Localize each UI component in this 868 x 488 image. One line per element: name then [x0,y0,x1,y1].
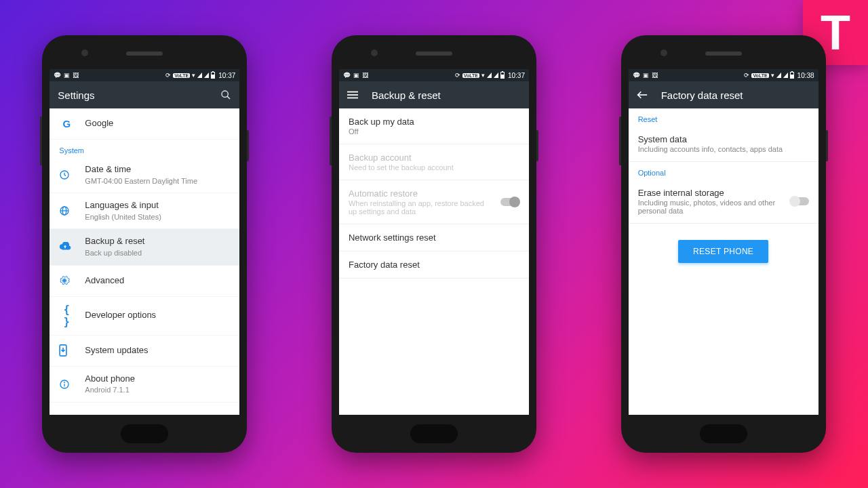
notif-image-icon: 🖼 [73,72,79,79]
svg-line-1 [227,96,230,99]
settings-item-google[interactable]: G Google [50,108,239,140]
cloud-upload-icon [59,242,74,251]
label: Languages & input [85,200,161,211]
section-header-optional: Optional [629,161,818,180]
label: Backup account [349,152,519,163]
notif-image-icon: 🖼 [652,72,658,79]
wifi-icon: ▾ [771,72,774,79]
notif-chat-icon: 💬 [54,72,61,79]
sublabel: When reinstalling an app, restore backed… [349,199,494,216]
settings-item-backup-reset[interactable]: Backup & reset Back up disabled [50,229,239,265]
battery-icon [790,72,794,79]
battery-icon [500,72,505,79]
item-automatic-restore: Automatic restore When reinstalling an a… [339,180,529,224]
sublabel: Including accounts info, contacts, apps … [638,145,809,153]
status-time: 10:37 [508,72,525,79]
status-bar: 💬 ▣ 🖼 ⟳ VoLTE ▾ 10:37 [339,69,529,81]
phone-mockup-3: 💬 ▣ 🖼 ⟳ VoLTE ▾ 10:38 Factory data reset… [621,35,826,453]
signal-icon-1 [487,73,492,78]
item-system-data[interactable]: System data Including accounts info, con… [629,126,818,161]
notif-image-icon: 🖼 [362,72,368,79]
app-bar: Backup & reset [339,81,529,108]
settings-item-developer[interactable]: { } Developer options [50,297,239,336]
item-backup-my-data[interactable]: Back up my data Off [339,108,529,144]
label: About phone [85,373,135,385]
gear-icon [59,275,74,286]
status-bar: 💬 ▣ 🖼 ⟳ VoLTE ▾ 10:38 [629,69,818,81]
phone-mockup-2: 💬 ▣ 🖼 ⟳ VoLTE ▾ 10:37 Backup & reset B [332,35,536,453]
phone-update-icon [59,344,74,357]
label: Network settings reset [349,232,436,243]
item-network-settings-reset[interactable]: Network settings reset [339,224,529,251]
signal-icon-2 [783,73,788,78]
label: Advanced [85,275,124,287]
clock-icon [59,169,74,180]
svg-point-6 [63,279,66,282]
svg-point-11 [64,382,65,382]
sublabel: Need to set the backup account [349,163,519,171]
label: Factory data reset [349,260,420,270]
braces-icon: { } [59,304,74,328]
back-arrow-icon[interactable] [637,90,649,100]
wifi-icon: ▾ [481,72,485,79]
signal-icon-1 [197,73,202,78]
item-factory-data-reset[interactable]: Factory data reset [339,251,529,279]
section-header-system: System [50,140,239,157]
settings-item-languages[interactable]: Languages & input English (United States… [50,193,239,229]
status-time: 10:37 [218,72,235,79]
signal-icon-2 [204,73,209,78]
globe-icon [59,205,74,216]
search-icon[interactable] [220,89,231,100]
wifi-icon: ▾ [192,72,195,79]
page-title: Settings [58,89,220,101]
notif-sms-icon: ▣ [353,72,359,79]
sync-icon: ⟳ [455,72,460,79]
signal-icon-1 [776,73,781,78]
volte-badge: VoLTE [173,73,190,78]
volte-badge: VoLTE [751,73,768,78]
sublabel: Back up disabled [85,248,144,258]
status-bar: 💬 ▣ 🖼 ⟳ VoLTE ▾ 10:37 [50,69,239,81]
status-time: 10:38 [797,72,814,79]
label: Developer options [85,310,156,321]
settings-item-date-time[interactable]: Date & time GMT-04:00 Eastern Daylight T… [50,157,239,193]
notif-sms-icon: ▣ [64,72,70,79]
svg-point-0 [222,91,228,97]
hamburger-icon[interactable] [347,91,359,99]
label: Back up my data [349,117,519,127]
page-title: Factory data reset [661,89,810,101]
toggle-switch[interactable] [790,197,809,205]
label: Automatic restore [349,188,494,199]
item-erase-internal-storage[interactable]: Erase internal storage Including music, … [629,180,818,224]
sublabel: GMT-04:00 Eastern Daylight Time [85,176,197,186]
settings-item-advanced[interactable]: Advanced [50,266,239,297]
sync-icon: ⟳ [744,72,749,79]
sublabel: Including music, photos, videos and othe… [638,199,783,215]
settings-item-system-updates[interactable]: System updates [50,336,239,367]
item-backup-account: Backup account Need to set the backup ac… [339,144,529,180]
label: Google [85,118,113,129]
google-icon: G [59,118,74,129]
toggle-switch [500,198,519,206]
reset-phone-button[interactable]: RESET PHONE [678,240,768,263]
notif-chat-icon: 💬 [343,72,351,79]
volte-badge: VoLTE [462,73,479,78]
label: System updates [85,345,148,357]
sublabel: Android 7.1.1 [85,385,135,394]
label: Backup & reset [85,236,144,247]
notif-sms-icon: ▣ [643,72,649,79]
info-icon [59,379,74,390]
sync-icon: ⟳ [165,72,171,79]
label: Erase internal storage [638,188,783,198]
label: Date & time [85,164,197,176]
app-bar: Settings [50,81,239,108]
page-title: Backup & reset [372,89,521,101]
label: System data [638,134,809,144]
section-header-reset: Reset [629,108,818,126]
sublabel: English (United States) [85,212,161,222]
battery-icon [211,72,215,79]
notif-chat-icon: 💬 [633,72,640,79]
settings-item-about[interactable]: About phone Android 7.1.1 [50,367,239,403]
phone-mockup-1: 💬 ▣ 🖼 ⟳ VoLTE ▾ 10:37 Settings G [42,35,247,453]
signal-icon-2 [494,73,498,78]
